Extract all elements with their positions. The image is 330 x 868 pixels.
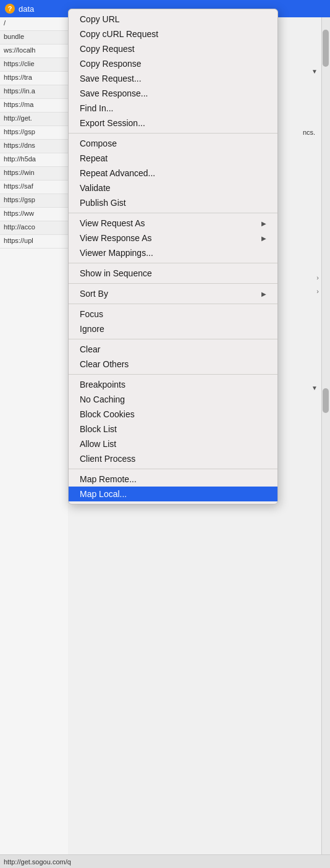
menu-item-clear-others[interactable]: Clear Others — [69, 357, 277, 372]
menu-section-0: Copy URLCopy cURL RequestCopy RequestCop… — [69, 9, 277, 134]
url-list-item[interactable]: https://in.a — [0, 85, 68, 99]
url-list-item[interactable]: https://tra — [0, 72, 68, 85]
menu-item-label: Map Local... — [80, 489, 127, 499]
menu-item-view-response-as[interactable]: View Response As▶ — [69, 231, 277, 245]
menu-item-compose[interactable]: Compose — [69, 136, 277, 151]
url-list-item[interactable]: https://gsp — [0, 126, 68, 140]
menu-item-map-remote-[interactable]: Map Remote... — [69, 472, 277, 487]
menu-item-label: Repeat — [80, 153, 108, 163]
menu-item-client-process[interactable]: Client Process — [69, 451, 277, 466]
url-list-item[interactable]: https://clie — [0, 58, 68, 72]
menu-item-label: Breakpoints — [80, 380, 125, 389]
submenu-arrow-icon: ▶ — [261, 291, 266, 297]
url-list-item[interactable]: https://ww — [0, 208, 68, 221]
url-list-item[interactable]: / — [0, 17, 68, 31]
menu-item-copy-url[interactable]: Copy URL — [69, 12, 277, 27]
menu-item-repeat-advanced-[interactable]: Repeat Advanced... — [69, 166, 277, 181]
menu-item-map-local-[interactable]: Map Local... — [69, 487, 277, 501]
menu-section-1: ComposeRepeatRepeat Advanced...ValidateP… — [69, 134, 277, 213]
menu-item-label: Copy Request — [80, 44, 135, 54]
menu-section-6: ClearClear Others — [69, 339, 277, 375]
menu-item-view-request-as[interactable]: View Request As▶ — [69, 216, 277, 231]
status-url: http://get.sogou.com/q — [4, 858, 71, 866]
submenu-arrow-icon: ▶ — [261, 235, 266, 242]
url-list-item[interactable]: https://dns — [0, 140, 68, 153]
menu-item-copy-request[interactable]: Copy Request — [69, 41, 277, 56]
dropdown-arrow-1[interactable]: ▼ — [310, 67, 319, 75]
menu-item-copy-curl-request[interactable]: Copy cURL Request — [69, 27, 277, 41]
menu-item-validate[interactable]: Validate — [69, 181, 277, 195]
menu-section-3: Show in Sequence — [69, 263, 277, 284]
menu-item-label: Find In... — [80, 103, 113, 113]
menu-item-label: Copy URL — [80, 14, 120, 24]
scrollbar-track[interactable] — [321, 17, 330, 854]
menu-item-block-list[interactable]: Block List — [69, 422, 277, 436]
menu-item-label: Compose — [80, 138, 117, 148]
url-list: /bundlews://localhhttps://cliehttps://tr… — [0, 17, 68, 868]
url-list-item[interactable]: http://acco — [0, 221, 68, 235]
menu-item-label: Sort By — [80, 289, 108, 299]
menu-item-label: Validate — [80, 183, 111, 193]
submenu-arrow-icon: ▶ — [261, 220, 266, 227]
menu-item-label: Map Remote... — [80, 474, 137, 484]
menu-item-label: No Caching — [80, 394, 125, 404]
bottom-bar: http://get.sogou.com/q — [0, 854, 330, 868]
menu-item-save-request-[interactable]: Save Request... — [69, 71, 277, 86]
url-list-item[interactable]: https://saf — [0, 181, 68, 194]
chevron-right-2: › — [316, 286, 319, 296]
menu-item-focus[interactable]: Focus — [69, 307, 277, 321]
menu-item-label: Clear Others — [80, 359, 129, 369]
menu-item-label: Allow List — [80, 439, 116, 449]
url-list-item[interactable]: bundle — [0, 31, 68, 45]
menu-item-label: Show in Sequence — [80, 268, 152, 278]
menu-item-label: Repeat Advanced... — [80, 168, 155, 178]
menu-item-label: Save Request... — [80, 74, 142, 83]
url-list-item[interactable]: https://upl — [0, 235, 68, 249]
question-icon: ? — [5, 4, 15, 14]
menu-item-label: Copy cURL Request — [80, 29, 158, 39]
chevron-right-1: › — [316, 272, 319, 282]
menu-item-no-caching[interactable]: No Caching — [69, 392, 277, 407]
menu-item-publish-gist[interactable]: Publish Gist — [69, 195, 277, 210]
url-list-item[interactable]: https://gsp — [0, 194, 68, 208]
menu-item-label: Client Process — [80, 454, 135, 464]
menu-item-label: Export Session... — [80, 118, 145, 128]
scrollbar-thumb-2[interactable] — [323, 388, 329, 413]
right-side-text: ncs. — [303, 129, 315, 136]
menu-item-label: Publish Gist — [80, 198, 126, 208]
menu-item-copy-response[interactable]: Copy Response — [69, 56, 277, 71]
url-list-item[interactable]: http://get. — [0, 113, 68, 126]
menu-item-label: View Request As — [80, 218, 145, 228]
menu-item-sort-by[interactable]: Sort By▶ — [69, 286, 277, 301]
menu-item-viewer-mappings-[interactable]: Viewer Mappings... — [69, 245, 277, 260]
dropdown-arrow-2[interactable]: ▼ — [310, 383, 319, 392]
url-list-item[interactable]: ws://localh — [0, 45, 68, 58]
menu-item-label: Block List — [80, 424, 117, 434]
menu-section-5: FocusIgnore — [69, 304, 277, 339]
menu-item-repeat[interactable]: Repeat — [69, 151, 277, 166]
context-menu: Copy URLCopy cURL RequestCopy RequestCop… — [68, 9, 278, 504]
url-list-item[interactable]: https://win — [0, 167, 68, 181]
menu-item-show-in-sequence[interactable]: Show in Sequence — [69, 266, 277, 281]
menu-item-label: View Response As — [80, 233, 151, 243]
top-bar-title: data — [19, 4, 34, 14]
menu-section-2: View Request As▶View Response As▶Viewer … — [69, 213, 277, 263]
menu-item-label: Save Response... — [80, 88, 148, 98]
menu-item-allow-list[interactable]: Allow List — [69, 436, 277, 451]
menu-item-save-response-[interactable]: Save Response... — [69, 86, 277, 101]
menu-item-clear[interactable]: Clear — [69, 342, 277, 357]
menu-item-label: Ignore — [80, 324, 104, 334]
url-list-item[interactable]: http://h5da — [0, 153, 68, 167]
menu-item-export-session-[interactable]: Export Session... — [69, 116, 277, 130]
menu-item-label: Clear — [80, 344, 100, 354]
scrollbar-thumb-1[interactable] — [323, 30, 329, 67]
menu-section-7: BreakpointsNo CachingBlock CookiesBlock … — [69, 375, 277, 469]
menu-item-breakpoints[interactable]: Breakpoints — [69, 377, 277, 392]
menu-item-label: Focus — [80, 309, 103, 319]
menu-item-label: Block Cookies — [80, 409, 135, 419]
menu-item-ignore[interactable]: Ignore — [69, 321, 277, 336]
menu-item-find-in-[interactable]: Find In... — [69, 101, 277, 116]
menu-item-label: Copy Response — [80, 59, 142, 69]
url-list-item[interactable]: https://ma — [0, 99, 68, 113]
menu-item-block-cookies[interactable]: Block Cookies — [69, 407, 277, 422]
